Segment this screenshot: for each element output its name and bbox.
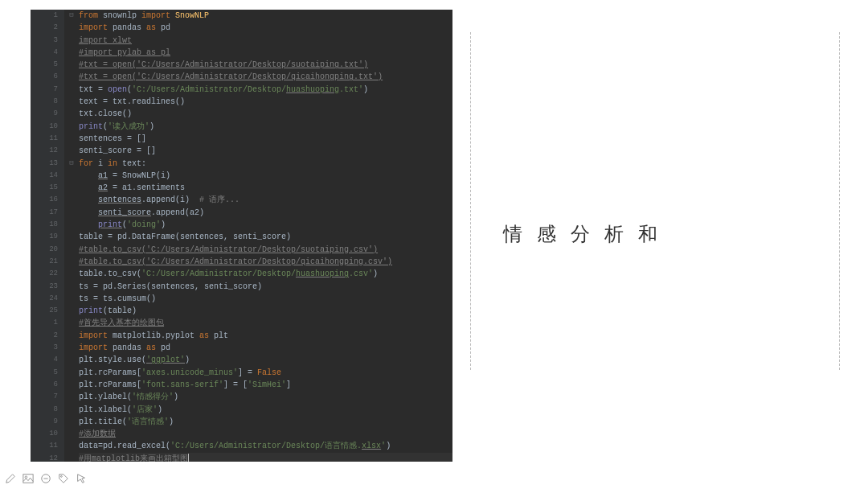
line-number: 14: [31, 170, 58, 182]
line-number: 16: [31, 194, 58, 206]
line-number: 9: [31, 108, 58, 120]
slide-title: 情感分析和: [503, 221, 672, 247]
code-line[interactable]: import pandas as pd: [79, 342, 452, 354]
code-line[interactable]: from snownlp import SnowNLP: [79, 10, 452, 22]
code-line[interactable]: ts = ts.cumsum(): [79, 293, 452, 305]
code-line[interactable]: #table.to_csv('C:/Users/Administrator/De…: [79, 256, 452, 268]
line-number: 13: [31, 158, 58, 170]
code-line[interactable]: a2 = a1.sentiments: [79, 182, 452, 194]
line-number: 7: [31, 84, 58, 96]
fold-marker[interactable]: ⊟: [68, 10, 76, 22]
svg-rect-0: [23, 475, 33, 483]
line-number: 15: [31, 182, 58, 194]
line-number: 6: [31, 379, 58, 391]
line-number: 5: [31, 59, 58, 71]
text-caret: [188, 454, 189, 462]
line-number: 12: [31, 145, 58, 157]
line-number: 23: [31, 281, 58, 293]
code-line[interactable]: txt = open('C:/Users/Administrator/Deskt…: [79, 84, 452, 96]
code-line[interactable]: #txt = open('C:/Users/Administrator/Desk…: [79, 71, 452, 83]
gutter: 1234567891011121314151617181920212223242…: [31, 10, 64, 462]
line-number: 25: [31, 305, 58, 317]
code-line[interactable]: import pandas as pd: [79, 22, 452, 34]
code-line[interactable]: plt.rcParams['axes.unicode_minus'] = Fal…: [79, 367, 452, 379]
line-number: 2: [31, 330, 58, 342]
line-number: 12: [31, 453, 58, 462]
line-number: 9: [31, 416, 58, 428]
code-line[interactable]: plt.style.use('ggplot'): [79, 354, 452, 366]
line-number: 18: [31, 219, 58, 231]
code-line[interactable]: plt.rcParams['font.sans-serif'] = ['SimH…: [79, 379, 452, 391]
line-number: 19: [31, 231, 58, 243]
svg-point-3: [61, 476, 63, 478]
line-number: 11: [31, 440, 58, 452]
code-line[interactable]: sentences = []: [79, 133, 452, 145]
line-number: 11: [31, 133, 58, 145]
code-line[interactable]: senti_score.append(a2): [79, 207, 452, 219]
code-line[interactable]: print(table): [79, 305, 452, 317]
code-line[interactable]: txt.close(): [79, 108, 452, 120]
link-icon[interactable]: [40, 473, 51, 484]
line-number: 17: [31, 207, 58, 219]
line-number: 24: [31, 293, 58, 305]
image-icon[interactable]: [23, 473, 34, 484]
code-line[interactable]: import matplotlib.pyplot as plt: [79, 330, 452, 342]
fold-marker[interactable]: ⊟: [68, 158, 76, 170]
code-line[interactable]: ts = pd.Series(sentences, senti_score): [79, 281, 452, 293]
code-line[interactable]: #用matplotlib来画出箱型图: [79, 453, 452, 462]
code-line[interactable]: plt.ylabel('情感得分'): [79, 391, 452, 403]
code-line[interactable]: #table.to_csv('C:/Users/Administrator/De…: [79, 244, 452, 256]
line-number: 8: [31, 96, 58, 108]
line-number: 1: [31, 317, 58, 329]
code-line[interactable]: sentences.append(i) # 语序...: [79, 194, 452, 206]
code-line[interactable]: plt.title('语言情感'): [79, 416, 452, 428]
code-line[interactable]: senti_score = []: [79, 145, 452, 157]
code-line[interactable]: print('doing'): [79, 219, 452, 231]
code-line[interactable]: data=pd.read_excel('C:/Users/Administrat…: [79, 440, 452, 452]
pencil-icon[interactable]: [5, 473, 16, 484]
line-number: 6: [31, 71, 58, 83]
code-line[interactable]: table.to_csv('C:/Users/Administrator/Des…: [79, 268, 452, 280]
code-area[interactable]: from snownlp import SnowNLPimport pandas…: [79, 10, 452, 462]
code-line[interactable]: table = pd.DataFrame(sentences, senti_sc…: [79, 231, 452, 243]
svg-point-1: [25, 476, 27, 479]
code-line[interactable]: plt.xlabel('店家'): [79, 404, 452, 416]
code-line[interactable]: #import pylab as pl: [79, 47, 452, 59]
cursor-icon[interactable]: [76, 473, 87, 484]
line-number: 4: [31, 47, 58, 59]
code-line[interactable]: print('读入成功'): [79, 121, 452, 133]
line-number: 10: [31, 121, 58, 133]
code-line[interactable]: a1 = SnowNLP(i): [79, 170, 452, 182]
code-line[interactable]: for i in text:: [79, 158, 452, 170]
line-number: 4: [31, 354, 58, 366]
line-number: 21: [31, 256, 58, 268]
line-number: 3: [31, 35, 58, 47]
line-number: 5: [31, 367, 58, 379]
code-line[interactable]: text = txt.readlines(): [79, 96, 452, 108]
line-number: 10: [31, 428, 58, 440]
code-line[interactable]: import xlwt: [79, 35, 452, 47]
tag-icon[interactable]: [58, 473, 69, 484]
code-line[interactable]: #添加数据: [79, 428, 452, 440]
code-line[interactable]: #txt = open('C:/Users/Administrator/Desk…: [79, 59, 452, 71]
line-number: 3: [31, 342, 58, 354]
line-number: 22: [31, 268, 58, 280]
line-number: 8: [31, 404, 58, 416]
code-editor[interactable]: 1234567891011121314151617181920212223242…: [31, 10, 452, 462]
right-panel: 情感分析和: [470, 32, 840, 370]
code-line[interactable]: #首先导入基本的绘图包: [79, 317, 452, 329]
bottom-toolbar: [5, 471, 87, 486]
line-number: 20: [31, 244, 58, 256]
line-number: 1: [31, 10, 58, 22]
line-number: 7: [31, 391, 58, 403]
line-number: 2: [31, 22, 58, 34]
